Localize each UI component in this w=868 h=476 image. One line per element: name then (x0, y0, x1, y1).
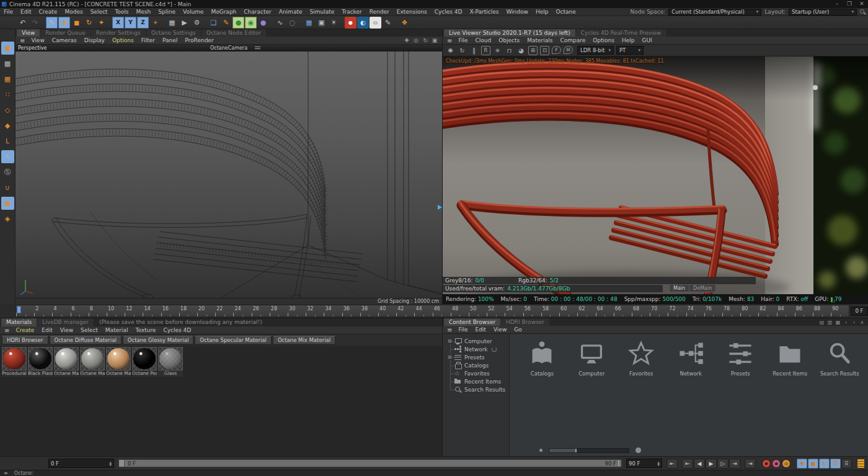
menu-item[interactable]: Character (240, 8, 275, 16)
timeline-tick[interactable]: 26 (252, 305, 270, 317)
timeline-ruler[interactable]: 0246810121416182022242628303234363840424… (16, 305, 849, 317)
menu-item[interactable]: File (0, 8, 17, 16)
octane-liveviewer-icon[interactable]: ◐ (357, 17, 369, 29)
axis-mode-icon[interactable]: L (1, 135, 14, 148)
timeline-tick[interactable]: 78 (722, 305, 740, 317)
material-thumbnail[interactable]: Octane Mat (80, 347, 105, 377)
timeline-tick[interactable]: 72 (668, 305, 686, 317)
thumbnail-size-slider[interactable] (539, 447, 641, 453)
separator[interactable] (203, 17, 207, 29)
menu-item[interactable]: Render (366, 8, 393, 16)
previous-frame-button[interactable]: ◀ (694, 459, 705, 469)
tree-item[interactable]: Presets (448, 353, 509, 361)
timeline-tick[interactable]: 62 (577, 305, 595, 317)
viewport-solo-icon[interactable]: ↖ (1, 150, 14, 163)
timeline-tick[interactable]: 4 (52, 305, 70, 317)
snap-icon[interactable]: Ⓢ (1, 166, 14, 179)
coord-system-icon[interactable]: ⌖ (149, 17, 161, 29)
workplane-lock-icon[interactable]: ▦ (1, 197, 14, 210)
timeline-tick[interactable]: 40 (378, 305, 396, 317)
timeline-tick[interactable]: 80 (740, 305, 758, 317)
menu-item[interactable]: Extensions (393, 8, 431, 16)
timeline-tick[interactable]: 90 (831, 305, 849, 317)
timeline-tick[interactable]: 44 (414, 305, 432, 317)
menu-item[interactable]: Compare (556, 37, 589, 45)
timeline-tick[interactable]: 56 (523, 305, 541, 317)
menu-item[interactable]: Panel (159, 37, 181, 45)
viewport-pan-icon[interactable]: ✚ (403, 37, 410, 44)
material-create-button[interactable]: Octane Mix Material (273, 336, 335, 344)
timeline-tick[interactable]: 20 (197, 305, 215, 317)
keyframe-presets-button[interactable]: ◎ (782, 459, 790, 468)
render-pass-tab[interactable]: DeMain (689, 284, 716, 292)
menu-item[interactable]: ProRender (181, 37, 217, 45)
tab[interactable]: Live Viewer Studio 2020.1-R7 (15 days le… (444, 29, 575, 37)
material-create-button[interactable]: Octane Diffuse Material (50, 336, 122, 344)
picture-region-icon[interactable]: ⊞ (528, 46, 538, 55)
timeline-tick[interactable]: 28 (270, 305, 288, 317)
tree-item[interactable]: Catalogs (448, 361, 509, 369)
menu-item[interactable]: Select (87, 8, 112, 16)
lock-y-icon[interactable]: Y (125, 17, 136, 29)
menu-item[interactable]: GUI (639, 37, 656, 45)
timeline-tick[interactable]: 88 (813, 305, 831, 317)
lock-x-icon[interactable]: X (112, 17, 124, 29)
menu-item[interactable]: Material (102, 326, 132, 335)
goto-start-button[interactable]: ⇤ (666, 459, 678, 469)
goto-previous-key-button[interactable]: ⇤ (682, 459, 693, 469)
menu-item[interactable]: Octane (552, 8, 579, 16)
node-editor-icon[interactable]: ❖ (399, 17, 410, 29)
timeline-tick[interactable]: 68 (632, 305, 650, 317)
browser-item-favorites[interactable]: Favorites (616, 340, 666, 377)
edges-mode-icon[interactable]: ◇ (1, 104, 14, 117)
menu-item[interactable]: Window (502, 8, 532, 16)
render-picture-viewer-icon[interactable]: ▶ (179, 17, 190, 29)
menu-item[interactable]: Filter (138, 37, 159, 45)
minimize-button[interactable]: – (831, 0, 843, 8)
timeline-tick[interactable]: 60 (559, 305, 577, 317)
tab[interactable]: Render Queue (40, 29, 90, 37)
tree-item[interactable]: Search Results (448, 385, 509, 393)
separator[interactable] (394, 17, 398, 29)
material-thumbnail[interactable]: Octane Port (132, 347, 157, 377)
panel-menu-icon[interactable]: ≡ (445, 326, 454, 333)
timeline-tick[interactable]: 42 (396, 305, 414, 317)
live-selection-icon[interactable]: ↖ (46, 17, 58, 29)
separator[interactable] (340, 17, 344, 29)
timeline-tick[interactable]: 58 (541, 305, 559, 317)
render-settings-icon[interactable]: ⚙ (191, 17, 203, 29)
timeline-tick[interactable]: 86 (795, 305, 813, 317)
menu-item[interactable]: Materials (523, 37, 556, 45)
timeline-tick[interactable]: 18 (179, 305, 197, 317)
separator[interactable] (42, 17, 45, 29)
timeline-tick[interactable]: 64 (596, 305, 614, 317)
material-thumbnail[interactable]: Octane Mat (106, 347, 131, 377)
perspective-viewport[interactable] (16, 52, 442, 298)
texture-mode-icon[interactable]: ▩ (1, 57, 14, 70)
browser-item-catalogs[interactable]: Catalogs (517, 340, 567, 377)
tab[interactable]: Cycles 4D Real-Time Preview (576, 29, 666, 37)
workplane-mode-icon[interactable]: ▦ (1, 73, 14, 86)
panel-menu-icon[interactable]: ≡ (2, 327, 12, 334)
menu-item[interactable]: Select (77, 326, 102, 335)
timeline-tick[interactable]: 12 (125, 305, 143, 317)
lock-resolution-icon[interactable]: ⊓ (505, 46, 514, 55)
timeline-tick[interactable]: 30 (288, 305, 306, 317)
octane-logo-icon[interactable]: ✺ (446, 46, 455, 55)
bit-depth-select[interactable]: LDR 8-bit▾ (577, 46, 614, 55)
autokeying-button[interactable]: ◉ (772, 459, 781, 468)
clay-mode-icon[interactable]: ◕ (516, 46, 526, 55)
volume-icon[interactable]: ● (257, 17, 269, 29)
menu-item[interactable]: Tracker (338, 8, 365, 16)
material-thumbnail[interactable]: Black Plasti (28, 347, 53, 377)
up-icon[interactable]: ∧ (859, 319, 866, 326)
fields-icon[interactable]: ◉ (245, 17, 257, 29)
viewport-zoom-icon[interactable]: ◎ (412, 37, 420, 44)
browser-item-network[interactable]: Network (666, 340, 715, 377)
timeline-tick[interactable]: 36 (342, 305, 360, 317)
material-create-button[interactable]: Octane Specular Material (195, 336, 272, 344)
thumbnail-view-icon[interactable]: ▦ (835, 319, 841, 326)
menu-item[interactable]: Help (618, 37, 639, 45)
timeline-tick[interactable]: 2 (34, 305, 52, 317)
browser-item-computer[interactable]: Computer (567, 340, 616, 377)
